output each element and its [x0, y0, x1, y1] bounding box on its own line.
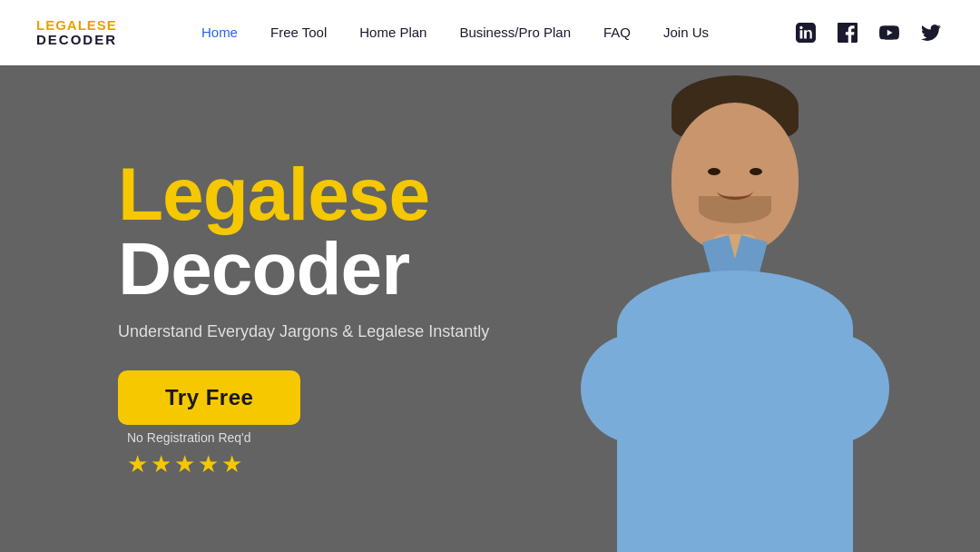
person-left-eye	[708, 168, 720, 175]
person-right-eye	[750, 168, 762, 175]
nav-item-join-us[interactable]: Join Us	[663, 25, 709, 41]
person-head	[671, 103, 799, 252]
cta-section: Try Free No Registration Req'd ★ ★ ★ ★ ★	[118, 370, 489, 478]
hero-section: Legalese Decoder Understand Everyday Jar…	[0, 65, 980, 552]
hero-content: Legalese Decoder Understand Everyday Jar…	[0, 139, 489, 478]
nav-link-free-tool[interactable]: Free Tool	[270, 25, 327, 40]
star-half: ★	[221, 450, 242, 478]
logo[interactable]: LEGALESE DECODER	[36, 18, 117, 48]
twitter-icon[interactable]	[918, 20, 944, 45]
nav-item-home[interactable]: Home	[201, 25, 238, 41]
youtube-icon[interactable]	[877, 20, 902, 45]
hero-title: Legalese Decoder	[118, 157, 489, 306]
nav-item-business-plan[interactable]: Business/Pro Plan	[459, 25, 571, 41]
nav-item-faq[interactable]: FAQ	[603, 25, 631, 41]
nav-link-join-us[interactable]: Join Us	[663, 25, 709, 40]
star-1: ★	[127, 450, 148, 478]
person-beard	[699, 196, 771, 223]
star-2: ★	[151, 450, 172, 478]
nav-link-business-plan[interactable]: Business/Pro Plan	[459, 25, 571, 40]
person-body	[617, 271, 853, 552]
no-registration-text: No Registration Req'd	[127, 430, 251, 445]
hero-title-yellow: Legalese	[118, 157, 489, 232]
nav-link-home-plan[interactable]: Home Plan	[359, 25, 426, 40]
logo-bottom: DECODER	[36, 33, 117, 48]
star-4: ★	[198, 450, 219, 478]
social-icons	[793, 20, 944, 45]
nav-links: Home Free Tool Home Plan Business/Pro Pl…	[201, 25, 709, 41]
nav-link-faq[interactable]: FAQ	[603, 25, 631, 40]
linkedin-icon[interactable]	[793, 20, 818, 45]
hero-title-white: Decoder	[118, 232, 489, 306]
nav-link-home[interactable]: Home	[201, 25, 238, 40]
navbar: LEGALESE DECODER Home Free Tool Home Pla…	[0, 0, 980, 65]
star-3: ★	[174, 450, 195, 478]
star-rating: ★ ★ ★ ★ ★	[127, 450, 242, 478]
facebook-icon[interactable]	[835, 20, 860, 45]
nav-item-free-tool[interactable]: Free Tool	[270, 25, 327, 41]
nav-item-home-plan[interactable]: Home Plan	[359, 25, 426, 41]
try-free-button[interactable]: Try Free	[118, 370, 300, 425]
person-figure	[563, 80, 907, 552]
hero-person-image	[544, 71, 926, 552]
hero-subtitle: Understand Everyday Jargons & Legalese I…	[118, 322, 489, 341]
logo-top: LEGALESE	[36, 18, 117, 34]
